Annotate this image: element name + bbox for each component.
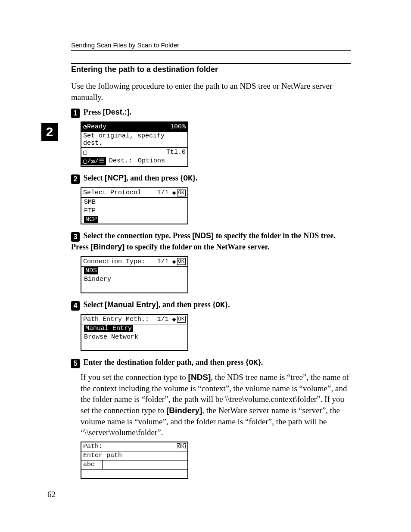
- step-text: .: [130, 108, 132, 116]
- list-item: [81, 342, 90, 350]
- ok-key[interactable]: OK: [177, 316, 186, 323]
- chapter-tab: 2: [41, 123, 58, 141]
- lcd-select-protocol: Select Protocol 1/1 ◆OK SMB FTP NCP: [81, 187, 188, 224]
- ui-button-label: [Dest.:]: [103, 108, 130, 116]
- ok-key[interactable]: OK: [177, 443, 186, 450]
- lcd-path-entry-method: Path Entry Meth.: 1/1 ◆OK Manual Entry B…: [81, 314, 188, 351]
- lcd-title: Select Protocol: [81, 188, 156, 197]
- lcd-ok-indicator: OK: [175, 442, 187, 451]
- divider: [71, 50, 351, 51]
- divider: [71, 63, 351, 64]
- lcd-connection-type: Connection Type: 1/1 ◆OK NDS Bindery: [81, 256, 188, 293]
- lcd-ok-indicator: ◆OK: [171, 188, 187, 197]
- lcd-title: Connection Type:: [81, 257, 156, 266]
- step-text: Select the connection type. Press: [84, 231, 193, 240]
- ui-button-label: [NDS]: [192, 231, 214, 240]
- step-text: .: [228, 300, 230, 309]
- lcd-ready-bar: ◔Ready: [81, 122, 168, 131]
- step-3: 3 Select the connection type. Press [NDS…: [71, 230, 351, 252]
- list-item[interactable]: Bindery: [81, 275, 114, 284]
- updown-arrows-icon: ◆: [172, 315, 176, 324]
- folder-icon: ▢: [81, 148, 89, 157]
- step-4: 4 Select [Manual Entry], and then press …: [71, 299, 351, 311]
- ui-button-label: [NCP]: [105, 174, 126, 182]
- lcd-blank-row: [81, 470, 187, 478]
- ready-icon: ◔: [83, 123, 87, 131]
- input-mode[interactable]: abc: [81, 460, 103, 469]
- selected-item: Manual Entry: [84, 325, 133, 332]
- step-text: .: [196, 174, 198, 182]
- list-item[interactable]: Browse Network: [81, 333, 141, 342]
- lcd-ok-indicator: ◆OK: [171, 257, 187, 266]
- list-item[interactable]: FTP: [81, 206, 98, 215]
- divider: [71, 76, 351, 76]
- list-item: [81, 284, 90, 292]
- lcd-ok-indicator: ◆OK: [171, 315, 187, 324]
- ok-key: OK: [215, 301, 225, 309]
- step-number-icon: 2: [71, 174, 80, 184]
- step-text: to specify the folder on the NetWare ser…: [125, 243, 269, 251]
- section-heading: Entering the path to a destination folde…: [71, 65, 351, 74]
- lcd-percent: 100%: [168, 122, 187, 131]
- lcd-tab-options[interactable]: Options: [135, 157, 168, 165]
- step-text: Select: [84, 300, 105, 309]
- step-5-body: If you set the connection type to [NDS],…: [81, 372, 351, 438]
- ui-button-label: [Bindery]: [90, 243, 125, 251]
- step-number-icon: 4: [71, 301, 80, 311]
- step-text: , and then press: [159, 300, 212, 309]
- lcd-page-indicator: 1/1: [156, 188, 171, 197]
- step-text: .: [261, 358, 263, 367]
- step-number-icon: 5: [71, 359, 80, 368]
- list-item[interactable]: NCP: [81, 215, 101, 224]
- step-text: Select: [84, 174, 105, 182]
- step-text: Press: [84, 108, 103, 116]
- step-5: 5 Enter the destination folder path, and…: [71, 357, 351, 368]
- list-item[interactable]: SMB: [81, 198, 98, 206]
- ok-key: OK: [183, 174, 193, 183]
- lcd-title: Path:: [81, 442, 175, 451]
- lcd-message: Set original, specify dest.: [81, 132, 187, 147]
- page-number: 62: [47, 490, 56, 499]
- lcd-tab-icons: ▢/✉/☰: [81, 157, 106, 165]
- ok-key[interactable]: OK: [177, 190, 186, 196]
- list-item[interactable]: Manual Entry: [81, 324, 136, 333]
- step-1: 1 Press [Dest.:].: [71, 107, 351, 118]
- ok-key: OK: [249, 358, 258, 367]
- step-number-icon: 1: [71, 109, 80, 118]
- ui-button-label: [Bindery]: [166, 406, 202, 415]
- ui-button-label: [NDS]: [188, 373, 211, 382]
- step-text: Enter the destination folder path, and t…: [84, 358, 246, 367]
- path-input[interactable]: [103, 460, 187, 469]
- lcd-page-indicator: 1/1: [156, 315, 171, 324]
- lcd-page-indicator: 1/1: [156, 257, 171, 266]
- lcd-tab-dest[interactable]: Dest.:: [106, 157, 135, 165]
- lcd-ready-screen: ◔Ready 100% Set original, specify dest. …: [81, 121, 188, 167]
- ok-key[interactable]: OK: [177, 258, 186, 265]
- lcd-total: Ttl.0: [89, 148, 187, 157]
- updown-arrows-icon: ◆: [172, 189, 176, 197]
- lcd-prompt: Enter path: [81, 451, 187, 460]
- chapter-number: 2: [41, 123, 58, 141]
- step-number-icon: 3: [71, 232, 80, 242]
- list-item[interactable]: NDS: [81, 267, 101, 275]
- ui-button-label: [Manual Entry]: [105, 300, 159, 309]
- updown-arrows-icon: ◆: [172, 258, 176, 266]
- running-header: Sending Scan Files by Scan to Folder: [71, 41, 351, 49]
- step-text: , and then press: [126, 174, 180, 182]
- ready-label: Ready: [87, 123, 106, 131]
- lcd-title: Path Entry Meth.:: [81, 315, 156, 324]
- selected-item: NDS: [84, 267, 98, 274]
- lcd-path-entry: Path: OK Enter path abc: [81, 442, 188, 479]
- step-2: 2 Select [NCP], and then press {OK}.: [71, 173, 351, 184]
- body-text: If you set the connection type to: [81, 373, 188, 382]
- intro-paragraph: Use the following procedure to enter the…: [71, 81, 351, 103]
- selected-item: NCP: [84, 216, 98, 223]
